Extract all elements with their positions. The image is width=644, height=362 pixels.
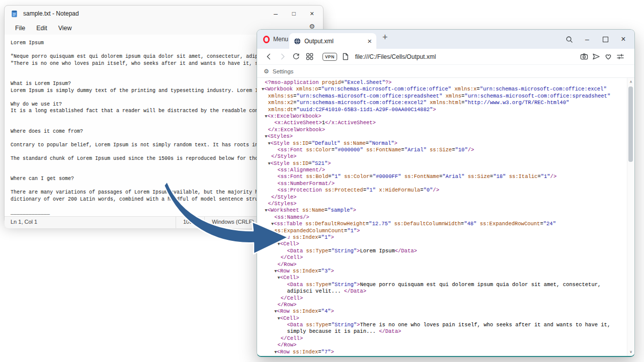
xml-line: </Cell> [262,335,624,342]
xml-line: <ss:Font ss:Bold="1" ss:Color="#0000FF" … [262,173,624,180]
browser-maximize-button[interactable] [596,30,614,49]
browser-tab[interactable]: Output.xml × [289,33,376,49]
xml-line: ▼<Row ss:Index="1"> [262,234,624,241]
xml-line: ▼<Row ss:Index="7"> [262,349,624,355]
xml-viewer: <?mso-application progid="Excel.Sheet"?>… [257,78,634,356]
xml-line: </x:ExcelWorkbook> [262,127,624,133]
xml-line: ▼<Style ss:ID="Default" ss:Name="Normal"… [262,140,624,147]
xml-line: xmlns:ss="urn:schemas-microsoft-com:offi… [262,93,624,100]
xml-line: </Row> [262,302,624,308]
tab-strip: Menu Output.xml × + – × [257,30,634,49]
xml-line: </Row> [262,261,624,268]
bookmarks-bar: ⚙ Settings [257,65,634,78]
xml-line: xmlns:dt="uuid:C2F41010-65B3-11d1-A29F-0… [262,107,624,113]
globe-icon [294,38,301,45]
menu-view[interactable]: View [53,23,77,33]
speed-dial-icon[interactable] [303,53,316,60]
browser-window: Menu Output.xml × + – × [257,29,635,357]
xml-line: ▼<Worksheet ss:Name="sample"> [262,207,624,214]
xml-line: <Data ss:Type="String">Neque porro quisq… [262,282,624,288]
xml-line: <Data ss:Type="String">Lorem Ipsum</Data… [262,248,624,254]
vpn-badge[interactable]: VPN [323,53,337,61]
xml-line: ▼<Row ss:Index="4"> [262,308,624,315]
xml-line: <ss:Alignment/> [262,167,624,173]
snapshot-camera-icon[interactable] [578,53,590,60]
search-icon[interactable] [560,30,578,49]
xml-line: ▼<Cell> [262,315,624,322]
settings-gear-icon: ⚙ [264,68,269,75]
xml-line: <x:ActiveSheet>1</x:ActiveSheet> [262,120,624,126]
heart-bookmark-icon[interactable] [602,53,614,60]
xml-line: ▼<Row ss:Index="3"> [262,268,624,275]
xml-line: <ss:Protection ss:Protected="1" x:HideFo… [262,187,624,194]
opera-menu-label: Menu [273,36,288,43]
scroll-thumb[interactable] [628,86,633,162]
xml-line: <ss:Names/> [262,214,624,221]
notepad-title: sample.txt - Notepad [23,10,79,17]
notepad-icon [11,10,18,18]
cursor-position: Ln 1, Col 1 [11,219,37,225]
xml-line: </Cell> [262,254,624,261]
scrollbar[interactable]: ∧ ∨ [627,78,634,356]
page-icon[interactable] [341,53,350,60]
xml-line: ▼<Cell> [262,355,624,356]
browser-close-button[interactable]: × [614,30,632,49]
xml-line: adipisci velit... </Data> [262,288,624,295]
xml-line: ▼<Style ss:ID="S21"> [262,160,624,167]
scroll-up-icon[interactable]: ∧ [627,79,634,84]
opera-logo-icon [263,36,270,43]
back-icon[interactable] [262,53,276,60]
new-tab-button[interactable]: + [382,32,388,43]
reload-icon[interactable] [289,53,303,60]
opera-menu-button[interactable]: Menu [257,30,294,49]
maximize-button[interactable]: □ [285,6,303,22]
address-bar: VPN file:///C:/Files/Cells/Output.xml [257,49,634,65]
xml-line: <ss:NumberFormat/> [262,180,624,187]
xml-content: <?mso-application progid="Excel.Sheet"?>… [257,78,634,356]
scroll-down-icon[interactable]: ∨ [627,349,634,354]
xml-line: ▼<Styles> [262,133,624,140]
easy-setup-tune-icon[interactable] [614,53,626,60]
tab-close-icon[interactable]: × [367,37,372,45]
zoom-level: 100% [176,217,204,228]
browser-minimize-button[interactable]: – [578,30,596,49]
xml-line: <Data ss:Type="String">There is no one w… [262,322,624,328]
notepad-titlebar[interactable]: sample.txt - Notepad – □ × [5,6,323,22]
minimize-button[interactable]: – [267,6,285,22]
tab-title: Output.xml [304,38,364,45]
xml-line: </Style> [262,194,624,201]
forward-icon[interactable] [276,53,289,60]
url-text[interactable]: file:///C:/Files/Cells/Output.xml [355,53,436,60]
xml-line: <?mso-application progid="Excel.Sheet"?> [262,79,624,86]
xml-line: ▼<ss:Table ss:DefaultRowHeight="12.75" s… [262,221,624,227]
xml-line: ▼<Cell> [262,241,624,247]
xml-line: ▼<x:ExcelWorkbook> [262,113,624,120]
xml-line: </Row> [262,342,624,348]
line-ending: Windows (CRLF) [204,217,261,228]
xml-line: <ss:Font ss:Color="#000000" ss:FontName=… [262,147,624,153]
xml-line: ▼<Workbook xmlns:o="urn:schemas-microsof… [262,86,624,93]
close-button[interactable]: × [303,6,321,22]
xml-line: </Style> [262,153,624,160]
menu-edit[interactable]: Edit [31,23,53,33]
xml-line: ss:ExpandedColumnCount="1"> [262,228,624,234]
xml-line: ▼<Cell> [262,275,624,281]
xml-line: </Cell> [262,295,624,302]
xml-line: simply because it is pain... </Data> [262,328,624,335]
send-share-icon[interactable] [590,53,602,60]
settings-bookmark[interactable]: Settings [273,68,294,74]
xml-line: </Styles> [262,201,624,207]
xml-line: xmlns:x2="urn:schemas-microsoft-com:offi… [262,100,624,106]
menu-file[interactable]: File [10,23,31,33]
